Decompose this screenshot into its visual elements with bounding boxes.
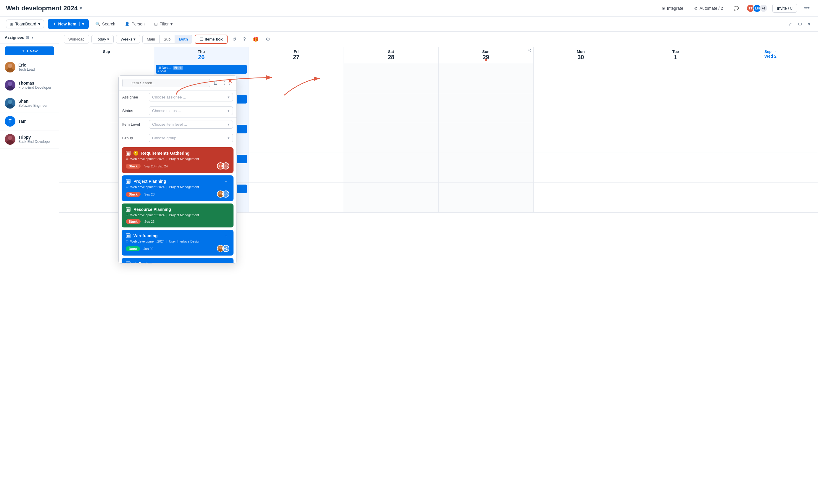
settings2-button[interactable]: ⚙ <box>263 35 272 44</box>
item-sub-resource-planning: ⊟ Web development 2024 | Project Managem… <box>126 213 229 217</box>
item-title-requirements: ⊞ 1 Requirements Gathering <box>126 151 229 156</box>
badge-1: 1 <box>133 151 138 156</box>
svg-point-7 <box>6 104 14 109</box>
assignee-role-thomas: Front-End Developer <box>18 85 51 90</box>
items-box-icon: ☰ <box>199 37 203 41</box>
cal-cell-tam-sat28 <box>344 153 439 182</box>
item-footer-wireframing: Done Jun 20 +1 <box>126 245 229 252</box>
assignee-shan[interactable]: Shan Software Engineer <box>0 94 59 112</box>
assignee-info-shan: Shan Software Engineer <box>18 99 48 108</box>
comment-icon: 💬 <box>734 6 739 11</box>
assignee-thomas[interactable]: Thomas Front-End Developer <box>0 76 59 94</box>
assignee-trippy[interactable]: Trippy Back-End Developer <box>0 130 59 148</box>
filter-button[interactable]: ⊟ Filter ▾ <box>151 20 175 28</box>
cal-cell-eric-sun29 <box>439 63 534 93</box>
settings-button[interactable]: ⚙ <box>796 20 804 29</box>
item-date: Sep 23 <box>144 193 154 196</box>
chevron-button[interactable]: ▾ <box>806 20 812 29</box>
cal-cell-thomas-wed2 <box>723 93 818 123</box>
cal-cell-tam-tue1 <box>628 153 723 182</box>
cal-cell-shan-sat28 <box>344 123 439 153</box>
view-controls: Workload Today ▾ Weeks ▾ Main Sub Both ☰… <box>59 32 818 47</box>
filter-toggle-button[interactable]: ⊟ <box>212 79 219 87</box>
automate-button[interactable]: ⚙ Automate / 2 <box>691 4 726 12</box>
cal-item-ui-desi-1[interactable]: UI Desi... Blank 4.5h/d <box>156 65 247 74</box>
comment-button[interactable]: 💬 <box>731 4 742 12</box>
new-item-split: ▾ <box>79 22 84 26</box>
workload-button[interactable]: Workload <box>64 35 89 43</box>
chevron-down-icon: ▾ <box>227 95 230 99</box>
top-bar-right: ⊗ Integrate ⚙ Automate / 2 💬 TT LH +1 In… <box>659 4 812 13</box>
cal-cell-trippy-tue1 <box>628 183 723 212</box>
cal-cell-trippy-fri27 <box>249 183 344 212</box>
new-item-button[interactable]: ＋ New item ▾ <box>48 19 89 29</box>
group-filter-select[interactable]: Choose group ... ▾ <box>149 134 233 142</box>
person-button[interactable]: 👤 Person <box>122 20 147 28</box>
card-avatars: TT +12 <box>217 162 229 169</box>
header-thu26: Thu 26 <box>154 47 249 63</box>
chevron-down-icon: ▾ <box>107 37 109 41</box>
weeks-button[interactable]: Weeks ▾ <box>116 35 140 43</box>
filter-assignee-row: Assignee Choose assignee ... ▾ <box>119 91 236 104</box>
card-avatar-plus: +12 <box>222 162 229 169</box>
new-button[interactable]: ＋ + New <box>5 46 54 55</box>
assignee-filter-label: Assignee <box>122 95 146 99</box>
cal-cell-trippy-mon30 <box>534 183 629 212</box>
cal-cell-thomas-tue1 <box>628 93 723 123</box>
item-card-wireframing[interactable]: ⊞ Wireframing → ⊟ Web development 2024 |… <box>122 230 233 256</box>
assignee-tam[interactable]: T Tam <box>0 112 59 130</box>
gift-button[interactable]: 🎁 <box>250 35 261 44</box>
assignee-eric[interactable]: Eric Tech Lead <box>0 58 59 76</box>
cal-cell-eric-fri27 <box>249 63 344 93</box>
expand-button[interactable]: ⤢ <box>786 20 794 29</box>
main-button[interactable]: Main <box>143 35 159 43</box>
item-card-ui-design[interactable]: ⊞ UI Design → ⊟ Web development 2024 | U… <box>122 258 233 263</box>
main-layout: Assignees ⊟ ▾ ＋ + New Eric Tech Lead Tho… <box>0 32 818 503</box>
search-button[interactable]: 🔍 Search <box>92 20 118 28</box>
cal-cell-tam-sun29 <box>439 153 534 182</box>
arrow-icon: → <box>224 233 228 238</box>
assignee-role-shan: Software Engineer <box>18 104 48 108</box>
sub-button[interactable]: Sub <box>159 35 175 43</box>
refresh-button[interactable]: ↺ <box>230 35 238 44</box>
item-title-project-planning: ⊞ Project Planning → <box>126 179 229 184</box>
sub-icon: ⊟ <box>126 239 128 243</box>
item-card-requirements[interactable]: ⊞ 1 Requirements Gathering ⊟ Web develop… <box>122 147 233 173</box>
items-box-search-row: 🔍 ⊟ ⋮⋮ <box>119 76 236 91</box>
today-button[interactable]: Today ▾ <box>91 35 114 43</box>
assignee-role-eric: Tech Lead <box>18 67 35 72</box>
item-level-filter-select[interactable]: Choose item level ... ▾ <box>149 120 233 129</box>
status-placeholder: Choose status ... <box>152 109 181 113</box>
svg-point-2 <box>8 64 12 68</box>
close-button[interactable]: ✕ <box>226 78 234 85</box>
svg-point-11 <box>8 136 12 140</box>
both-button[interactable]: Both <box>175 35 192 43</box>
cal-cell-shan-fri27 <box>249 123 344 153</box>
search-wrap: 🔍 <box>122 79 210 87</box>
invite-button[interactable]: Invite / 8 <box>772 4 797 13</box>
status-filter-select[interactable]: Choose status ... ▾ <box>149 106 233 115</box>
items-box-overlay: 🔍 ⊟ ⋮⋮ ✕ Assignee Choose assignee ... ▾ … <box>118 75 237 264</box>
cal-cell-shan-sun29 <box>439 123 534 153</box>
week-number: 40 <box>528 49 531 52</box>
assignee-filter-select[interactable]: Choose assignee ... ▾ <box>149 93 233 101</box>
assignee-placeholder: Choose assignee ... <box>152 95 186 99</box>
item-sub-project-planning: ⊟ Web development 2024 | Project Managem… <box>126 185 229 189</box>
card-avatar-plus-pp: +5 <box>222 190 229 198</box>
filter-status-row: Status Choose status ... ▾ <box>119 104 236 118</box>
item-type-icon: ⊞ <box>126 179 130 184</box>
help-button[interactable]: ? <box>241 35 248 44</box>
teamboard-button[interactable]: ⊞ TeamBoard ▾ <box>6 20 44 28</box>
toolbar: ⊞ TeamBoard ▾ ＋ New item ▾ 🔍 Search 👤 Pe… <box>0 17 818 32</box>
automate-icon: ⚙ <box>694 6 698 11</box>
item-date: Sep 23 <box>144 220 154 223</box>
avatar-thomas <box>5 80 15 91</box>
more-button[interactable]: ••• <box>802 4 812 12</box>
item-hours: 4.5h/d <box>158 70 245 73</box>
items-box-button[interactable]: ☰ Items box <box>195 35 227 44</box>
integrate-button[interactable]: ⊗ Integrate <box>659 4 686 12</box>
chevron-down-icon[interactable]: ▾ <box>80 5 82 11</box>
item-search-input[interactable] <box>122 79 210 87</box>
item-card-project-planning[interactable]: ⊞ Project Planning → ⊟ Web development 2… <box>122 175 233 201</box>
item-card-resource-planning[interactable]: ⊞ Resource Planning ⊟ Web development 20… <box>122 203 233 227</box>
